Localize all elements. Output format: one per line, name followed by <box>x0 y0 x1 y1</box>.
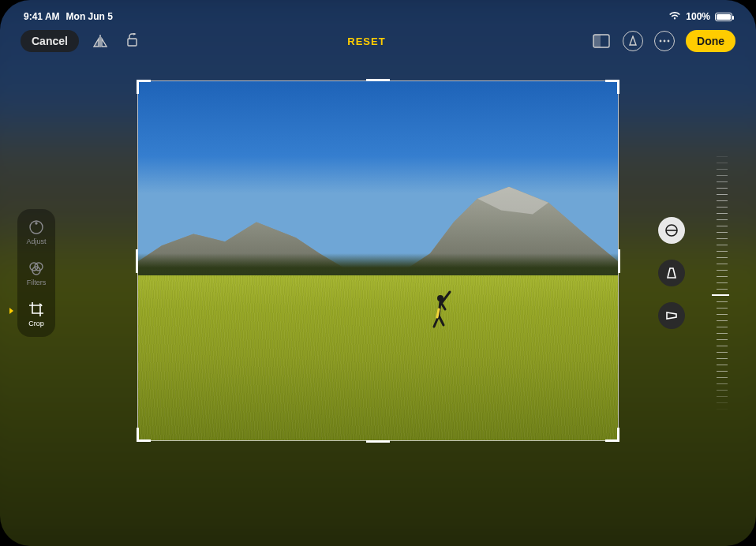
status-bar: 9:41 AM Mon Jun 5 100% <box>0 9 756 24</box>
rotate-icon[interactable] <box>122 31 142 51</box>
crop-icon <box>28 301 45 318</box>
status-time: 9:41 AM <box>24 11 60 22</box>
straighten-dial[interactable] <box>709 150 728 412</box>
mode-adjust[interactable]: Adjust <box>21 219 52 245</box>
reset-button[interactable]: RESET <box>347 36 385 47</box>
wifi-icon <box>668 11 681 23</box>
svg-point-3 <box>660 40 662 43</box>
editor-toolbar: Cancel RESET <box>0 27 756 55</box>
crop-frame[interactable] <box>138 81 618 440</box>
crop-handle-top-right[interactable] <box>605 80 619 94</box>
adjust-icon <box>28 219 45 236</box>
more-icon[interactable] <box>654 31 675 51</box>
crop-edge-bottom[interactable] <box>366 440 390 443</box>
svg-rect-2 <box>593 35 601 47</box>
horizontal-perspective-button[interactable] <box>658 302 685 329</box>
ipad-frame: 9:41 AM Mon Jun 5 100% Cancel <box>0 0 756 546</box>
svg-rect-0 <box>128 39 137 46</box>
straighten-button[interactable] <box>658 217 685 244</box>
markup-icon[interactable] <box>623 31 643 51</box>
crop-tools-rail <box>658 217 685 329</box>
crop-handle-top-left[interactable] <box>137 80 151 94</box>
done-button[interactable]: Done <box>686 30 735 52</box>
mode-crop[interactable]: Crop <box>21 301 52 327</box>
mode-label: Crop <box>28 320 44 327</box>
status-date: Mon Jun 5 <box>66 11 113 22</box>
crop-edge-top[interactable] <box>366 79 390 81</box>
crop-handle-bottom-right[interactable] <box>605 428 619 442</box>
aspect-ratio-icon[interactable] <box>591 31 612 51</box>
battery-pct: 100% <box>686 11 710 22</box>
flip-horizontal-icon[interactable] <box>90 31 110 51</box>
crop-edge-left[interactable] <box>136 249 138 273</box>
svg-point-4 <box>664 40 666 43</box>
photo-preview <box>138 81 618 440</box>
dial-pointer[interactable] <box>712 294 729 296</box>
crop-edge-right[interactable] <box>618 249 620 273</box>
svg-point-7 <box>36 223 37 224</box>
vertical-perspective-button[interactable] <box>658 260 685 286</box>
dial-ticks <box>717 150 728 412</box>
cancel-button[interactable]: Cancel <box>21 30 79 52</box>
battery-icon <box>715 13 732 21</box>
mode-label: Adjust <box>26 237 46 245</box>
filters-icon <box>28 260 45 277</box>
photo-subject <box>426 286 458 333</box>
editing-modes-rail: Adjust Filters Crop <box>17 209 55 337</box>
svg-point-5 <box>668 40 670 43</box>
crop-handle-bottom-left[interactable] <box>137 428 151 442</box>
mode-label: Filters <box>27 279 47 286</box>
mode-filters[interactable]: Filters <box>21 260 52 286</box>
